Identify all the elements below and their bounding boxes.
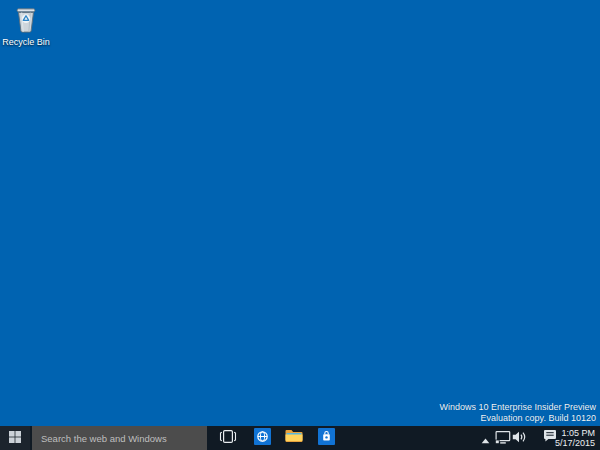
- taskbar: 1:05 PM 5/17/2015: [0, 426, 600, 450]
- shopping-bag-icon: [318, 428, 335, 449]
- network-tray-button[interactable]: [495, 432, 511, 445]
- windows-logo-icon: [9, 429, 21, 447]
- windows-store-button[interactable]: [312, 426, 340, 450]
- ethernet-monitor-icon: [495, 430, 511, 448]
- globe-icon: [254, 428, 271, 449]
- recycle-bin-icon: [12, 6, 40, 36]
- tray-clock[interactable]: 1:05 PM 5/17/2015: [555, 429, 595, 448]
- folder-icon: [285, 429, 303, 447]
- build-watermark: Windows 10 Enterprise Insider Preview Ev…: [439, 402, 596, 424]
- desktop-icon-recycle-bin[interactable]: Recycle Bin: [0, 6, 52, 47]
- clock-date: 5/17/2015: [555, 439, 595, 449]
- watermark-line-1: Windows 10 Enterprise Insider Preview: [439, 402, 596, 413]
- desktop[interactable]: Recycle Bin Windows 10 Enterprise Inside…: [0, 0, 600, 450]
- start-button[interactable]: [0, 426, 30, 450]
- file-explorer-button[interactable]: [280, 426, 308, 450]
- task-view-icon: [219, 429, 237, 447]
- search-input[interactable]: [32, 426, 207, 450]
- taskbar-search[interactable]: [32, 426, 207, 450]
- desktop-icon-label: Recycle Bin: [2, 37, 50, 47]
- task-view-button[interactable]: [214, 426, 242, 450]
- watermark-line-2: Evaluation copy. Build 10120: [439, 413, 596, 424]
- spartan-browser-button[interactable]: [248, 426, 276, 450]
- show-hidden-icons-button[interactable]: [480, 435, 490, 442]
- chevron-up-icon: [481, 430, 490, 448]
- speaker-icon: [512, 429, 527, 447]
- volume-tray-button[interactable]: [512, 432, 527, 444]
